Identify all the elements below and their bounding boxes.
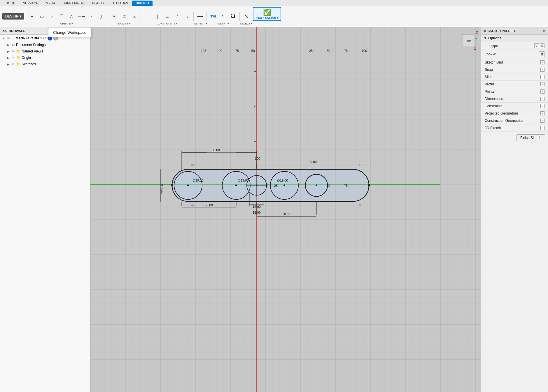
- browser-named-views[interactable]: ▶ 👁 📁 Named Views: [0, 48, 90, 55]
- projected-label: Projected Geometries: [485, 111, 519, 115]
- linetype-solid-icon[interactable]: /: [534, 43, 539, 48]
- palette-snap-row: Snap ✓: [481, 66, 548, 73]
- axis-75: 75: [344, 184, 348, 187]
- tab-solid[interactable]: SOLID: [2, 1, 19, 6]
- finish-sketch-bottom: Finish Sketch: [481, 132, 548, 144]
- construction-checkbox[interactable]: ✓: [540, 119, 545, 123]
- browser-collapse-icon[interactable]: ◁◁: [2, 29, 7, 33]
- axis-50: 50: [327, 184, 330, 187]
- tool-constraint4[interactable]: /: [172, 12, 182, 21]
- 3dsketch-checkbox[interactable]: [540, 126, 545, 130]
- grid-label-neg25-side: -25: [254, 69, 258, 73]
- grid-label-25: 25: [309, 49, 313, 52]
- tool-insert2[interactable]: ↖: [218, 12, 228, 21]
- tool-arc[interactable]: ⌒: [57, 12, 66, 21]
- dim-text-dia3: ∅19.00: [277, 179, 288, 182]
- tool-line[interactable]: ⌐: [27, 12, 36, 21]
- constraint-icon-3: ⊕: [191, 203, 194, 207]
- view-cube[interactable]: Z Y TOP X: [461, 30, 478, 53]
- browser-panel: ◁◁ BROWSER ▼ 👁 ▭ MAGNETIC BELT v3 i ⚙ ▶ …: [0, 27, 90, 392]
- tool-parallel[interactable]: ∥: [153, 12, 162, 21]
- tool-extend[interactable]: ⊂: [120, 12, 129, 21]
- folder-icon-doc: ▭: [11, 36, 15, 40]
- points-checkbox[interactable]: ✓: [540, 89, 545, 94]
- slice-checkbox[interactable]: [540, 75, 545, 79]
- eye-origin-icon[interactable]: 👁: [12, 56, 15, 59]
- constraints-checkbox[interactable]: ✓: [540, 104, 545, 108]
- eye-named-icon[interactable]: 👁: [12, 50, 15, 53]
- grid-label-neg75-side: -75: [254, 139, 258, 143]
- constraints-label: CONSTRAINTS ▾: [157, 22, 178, 25]
- design-dropdown[interactable]: DESIGN ▾: [2, 13, 24, 20]
- grid-label-neg50: -50: [250, 49, 255, 52]
- finish-sketch-bottom-btn[interactable]: Finish Sketch: [517, 134, 545, 141]
- viewport[interactable]: -125 -100 -75 -50 -25 -50 -75 -100 25 50…: [90, 27, 481, 392]
- tab-mesh[interactable]: MESH: [42, 1, 59, 6]
- finish-sketch-label: FINISH SKETCH ▾: [256, 16, 278, 19]
- palette-dimensions-row: Dimensions ✓: [481, 95, 548, 103]
- projected-checkbox[interactable]: ✓: [540, 111, 545, 115]
- dim-text-90: 90.00: [309, 160, 317, 164]
- eye-sketches-icon[interactable]: 👁: [12, 62, 15, 66]
- tab-sketch[interactable]: SKETCH: [132, 1, 152, 6]
- browser-origin[interactable]: ▶ 👁 📁 Origin: [0, 55, 90, 61]
- folder-icon-named: 📁: [16, 49, 20, 53]
- tool-row: DESIGN ▾ ⌐ ▭ ○ ⌒ △ ⊣⊢ ⌢ ∫ CREATE ▾ ✂ ⊂ ⌓…: [0, 6, 548, 27]
- tool-horizontal[interactable]: ═: [143, 12, 152, 21]
- tool-fillet[interactable]: ⌓: [129, 12, 139, 21]
- tool-select[interactable]: ↖: [241, 12, 251, 21]
- sketch-grid-checkbox[interactable]: ✓: [540, 60, 545, 64]
- create-label: CREATE ▾: [60, 22, 73, 25]
- options-label: Options: [488, 36, 501, 40]
- eye-icon[interactable]: 👁: [7, 36, 10, 40]
- create-group: ⌐ ▭ ○ ⌒ △ ⊣⊢ ⌢ ∫ CREATE ▾: [25, 12, 108, 21]
- dim-text-dia2: ∅19.00: [238, 179, 249, 182]
- profile-checkbox[interactable]: ✓: [540, 82, 545, 86]
- tab-surface[interactable]: SURFACE: [20, 1, 42, 6]
- dimensions-checkbox[interactable]: ✓: [540, 97, 545, 101]
- dim-text-dia1: ∅19.00: [192, 179, 204, 182]
- linetype-dash-icon[interactable]: ▭: [540, 43, 545, 48]
- grid-label-neg50-side: -50: [254, 104, 258, 108]
- main-area: ◁◁ BROWSER ▼ 👁 ▭ MAGNETIC BELT v3 i ⚙ ▶ …: [0, 27, 548, 392]
- palette-3dsketch-row: 3D Sketch: [481, 124, 548, 132]
- lookat-label: Look At: [485, 52, 496, 56]
- tool-circle[interactable]: ○: [47, 12, 56, 21]
- tab-plastic[interactable]: PLASTIC: [89, 1, 109, 6]
- named-views-label: Named Views: [22, 49, 43, 53]
- tab-sheet-metal[interactable]: SHEET METAL: [59, 1, 88, 6]
- constraint-icon-1: ⊕: [191, 163, 194, 167]
- tool-image[interactable]: 🖼: [228, 12, 238, 21]
- browser-sketches[interactable]: ▶ 👁 📁 Sketches: [0, 61, 90, 67]
- palette-header[interactable]: SKETCH PALETTE ▶: [481, 27, 548, 35]
- finish-sketch-button[interactable]: ✅ FINISH SKETCH ▾: [253, 7, 281, 21]
- browser-doc-settings[interactable]: ▶ ⚙ Document Settings: [0, 42, 90, 48]
- tree-expand-icon: ▼: [2, 37, 6, 40]
- tool-curve[interactable]: ⌢: [87, 12, 96, 21]
- dim-text-226: 226.00: [160, 184, 164, 194]
- tool-scissors[interactable]: ✂: [110, 12, 119, 21]
- constraints-group: ═ ∥ ⊥ / \ CONSTRAINTS ▾: [141, 12, 194, 21]
- tool-constraint5[interactable]: \: [182, 12, 192, 21]
- tool-measure[interactable]: ⟷: [195, 12, 205, 21]
- look-at-icon[interactable]: ⊞: [539, 51, 545, 57]
- tool-spline[interactable]: ∫: [97, 12, 106, 21]
- tab-utilities[interactable]: UTILITIES: [110, 1, 132, 6]
- change-workspace-popup[interactable]: Change Workspace: [48, 28, 91, 37]
- snap-checkbox[interactable]: ✓: [540, 68, 545, 72]
- construction-label: Construction Geometries: [485, 119, 524, 123]
- tool-svg[interactable]: SVG: [209, 12, 218, 21]
- modify-label: MODIFY ▾: [118, 22, 130, 25]
- palette-title: SKETCH PALETTE: [488, 29, 516, 33]
- grid-label-50: 50: [327, 49, 330, 52]
- tool-dimension[interactable]: ⊣⊢: [77, 12, 86, 21]
- endpoint-left: [171, 184, 173, 187]
- tool-perpendicular[interactable]: ⊥: [162, 12, 172, 21]
- tool-rect[interactable]: ▭: [37, 12, 46, 21]
- tree-expand-named: ▶: [7, 50, 10, 53]
- modify-group: ✂ ⊂ ⌓ MODIFY ▾: [108, 12, 141, 21]
- palette-collapse-icon[interactable]: ▶: [543, 29, 546, 33]
- options-header[interactable]: ▼ Options: [481, 35, 548, 42]
- tool-triangle[interactable]: △: [67, 12, 76, 21]
- doc-settings-label: Document Settings: [16, 43, 45, 47]
